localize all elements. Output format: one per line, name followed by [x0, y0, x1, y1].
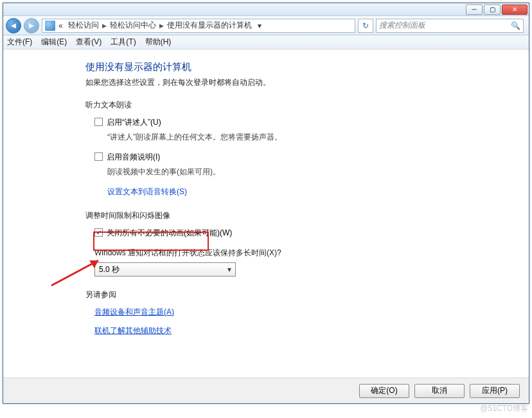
maximize-button[interactable]: ▢	[484, 5, 501, 15]
menu-edit[interactable]: 编辑(E)	[41, 37, 67, 48]
menu-help[interactable]: 帮助(H)	[145, 37, 172, 48]
titlebar: ─ ▢ ✕	[3, 3, 529, 16]
search-icon: 🔍	[511, 21, 520, 30]
apply-button[interactable]: 应用(P)	[470, 384, 520, 398]
checkbox-animations[interactable]: ✔	[94, 228, 103, 237]
chevron-right-icon: ▶	[102, 23, 107, 29]
checkbox-label: 启用“讲述人”(U)	[107, 117, 161, 128]
page-title: 使用没有显示器的计算机	[85, 61, 529, 73]
ok-button[interactable]: 确定(O)	[359, 384, 409, 398]
checkbox-narrator[interactable]	[94, 118, 103, 126]
close-button[interactable]: ✕	[502, 5, 528, 15]
menu-tools[interactable]: 工具(T)	[111, 37, 136, 48]
breadcrumb-dropdown[interactable]: ▾	[255, 21, 264, 30]
section-label: 调整时间限制和闪烁图像	[85, 210, 529, 221]
search-placeholder: 搜索控制面板	[379, 20, 425, 31]
option-desc: 朗读视频中发生的事(如果可用)。	[107, 167, 529, 177]
crumb-1[interactable]: 轻松访问	[66, 20, 101, 31]
link-audio-theme[interactable]: 音频设备和声音主题(A)	[94, 307, 174, 318]
nav-row: ◄ ► « 轻松访问 ▶ 轻松访问中心 ▶ 使用没有显示器的计算机 ▾ ↻ 搜索…	[3, 16, 529, 35]
menubar: 文件(F) 编辑(E) 查看(V) 工具(T) 帮助(H)	[3, 35, 529, 50]
section-hearing: 听力文本朗读 启用“讲述人”(U) “讲述人”朗读屏幕上的任何文本。您将需要扬声…	[85, 100, 529, 197]
button-bar: 确定(O) 取消 应用(P)	[3, 377, 529, 403]
notification-question: Windows 通知对话框的打开状态应该保持多长时间(X)?	[94, 248, 529, 259]
crumb-3[interactable]: 使用没有显示器的计算机	[165, 20, 254, 31]
control-panel-icon	[45, 21, 55, 31]
checkbox-row-narrator: 启用“讲述人”(U)	[94, 117, 529, 128]
section-label: 听力文本朗读	[85, 100, 529, 111]
cancel-button[interactable]: 取消	[414, 384, 465, 398]
search-input[interactable]: 搜索控制面板 🔍	[376, 19, 524, 33]
crumb-2[interactable]: 轻松访问中心	[108, 20, 158, 31]
duration-select[interactable]: 5.0 秒 ▾	[94, 262, 236, 277]
link-online-assistive[interactable]: 联机了解其他辅助技术	[94, 325, 172, 336]
checkbox-row-animations: ✔ 关闭所有不必要的动画(如果可能)(W)	[94, 228, 529, 239]
checkbox-audio-desc[interactable]	[94, 152, 103, 161]
menu-file[interactable]: 文件(F)	[7, 37, 32, 48]
refresh-button[interactable]: ↻	[358, 19, 373, 33]
breadcrumb[interactable]: « 轻松访问 ▶ 轻松访问中心 ▶ 使用没有显示器的计算机 ▾	[42, 19, 355, 33]
page-subtitle: 如果您选择这些设置，则在每次登录时都将自动启动。	[85, 77, 529, 88]
chevron-right-icon: ▶	[159, 23, 164, 29]
window: ─ ▢ ✕ ◄ ► « 轻松访问 ▶ 轻松访问中心 ▶ 使用没有显示器的计算机 …	[3, 3, 529, 404]
forward-button[interactable]: ►	[24, 18, 39, 33]
checkbox-row-audio-desc: 启用音频说明(I)	[94, 152, 529, 163]
link-tts-settings[interactable]: 设置文本到语音转换(S)	[107, 186, 187, 197]
section-see-also: 另请参阅 音频设备和声音主题(A) 联机了解其他辅助技术	[85, 289, 529, 336]
back-button[interactable]: ◄	[6, 18, 21, 33]
section-timing: 调整时间限制和闪烁图像 ✔ 关闭所有不必要的动画(如果可能)(W) Window…	[85, 210, 529, 277]
checkbox-label: 启用音频说明(I)	[107, 152, 160, 163]
crumb-chevrons: «	[57, 21, 65, 30]
minimize-button[interactable]: ─	[466, 5, 483, 15]
option-desc: “讲述人”朗读屏幕上的任何文本。您将需要扬声器。	[107, 132, 529, 143]
content-area: 使用没有显示器的计算机 如果您选择这些设置，则在每次登录时都将自动启动。 听力文…	[3, 50, 529, 377]
checkbox-label: 关闭所有不必要的动画(如果可能)(W)	[107, 228, 232, 239]
section-label: 另请参阅	[85, 289, 529, 300]
menu-view[interactable]: 查看(V)	[76, 37, 102, 48]
chevron-down-icon: ▾	[227, 265, 231, 274]
select-value: 5.0 秒	[99, 264, 120, 275]
watermark: @51CTO博客	[480, 403, 528, 414]
